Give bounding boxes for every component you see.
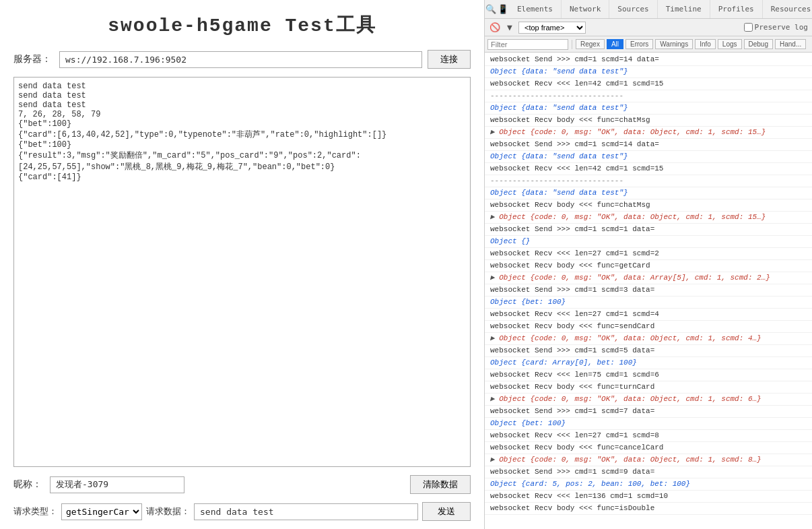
server-label: 服务器：: [13, 53, 51, 65]
warnings-button[interactable]: Warnings: [655, 39, 693, 49]
log-line[interactable]: ▶ Object {code: 0, msg: "OK", data: Obje…: [485, 454, 812, 466]
expand-arrow[interactable]: ▶: [490, 213, 499, 221]
expand-arrow[interactable]: ▶: [490, 334, 499, 342]
expand-arrow[interactable]: ▶: [490, 274, 499, 282]
preserve-log-container: Preserve log: [744, 23, 808, 32]
log-line: websocket Recv <<< len=27 cmd=1 scmd=4: [485, 309, 812, 321]
log-line: Object {bet: 100}: [485, 418, 812, 430]
log-line: websocket Recv <<< len=27 cmd=1 scmd=2: [485, 248, 812, 260]
send-button[interactable]: 发送: [422, 502, 471, 521]
log-line: ------------------------------: [485, 90, 812, 102]
log-line[interactable]: ▶ Object {code: 0, msg: "OK", data: Obje…: [485, 127, 812, 139]
send-row: 请求类型： getSingerCargetCardsendCardbetcanc…: [0, 498, 484, 529]
filter-icon[interactable]: ▼: [504, 22, 516, 34]
errors-button[interactable]: Errors: [625, 39, 653, 49]
right-panel: 🔍📱ElementsNetworkSourcesTimelineProfiles…: [485, 0, 812, 529]
preserve-log-label: Preserve log: [755, 23, 808, 32]
log-line: websocket Send >>> cmd=1 scmd=3 data=: [485, 284, 812, 297]
tab-resources[interactable]: Resources: [763, 0, 812, 18]
log-line: Object {card: Array[0], bet: 100}: [485, 357, 812, 369]
log-line: websocket Recv <<< len=75 cmd=1 scmd=6: [485, 369, 812, 381]
log-line: websocket Recv <<< len=42 cmd=1 scmd=15: [485, 78, 812, 90]
filter-input[interactable]: [487, 39, 568, 50]
nickname-input[interactable]: [50, 476, 184, 493]
log-line: websocket Recv body <<< func=getCard: [485, 260, 812, 272]
expand-arrow[interactable]: ▶: [490, 395, 499, 403]
log-area[interactable]: send data test send data test send data …: [13, 77, 471, 467]
clear-button[interactable]: 清除数据: [410, 475, 471, 494]
log-line[interactable]: ▶ Object {code: 0, msg: "OK", data: Obje…: [485, 394, 812, 406]
info-button[interactable]: Info: [695, 39, 716, 49]
server-row: 服务器： 连接: [0, 46, 484, 73]
log-line[interactable]: ▶ Object {code: 0, msg: "OK", data: Obje…: [485, 212, 812, 224]
log-line: websocket Send >>> cmd=1 scmd=7 data=: [485, 406, 812, 418]
log-line: Object {bet: 100}: [485, 297, 812, 309]
handle-button[interactable]: Hand...: [775, 39, 806, 49]
req-data-input[interactable]: [194, 503, 418, 520]
nickname-row: 昵称： 清除数据: [0, 471, 484, 498]
connect-button[interactable]: 连接: [428, 50, 471, 69]
server-input[interactable]: [59, 51, 422, 68]
log-line: Object {data: "send data test"}: [485, 151, 812, 163]
log-line: Object {data: "send data test"}: [485, 66, 812, 78]
tab-timeline[interactable]: Timeline: [658, 0, 710, 18]
expand-arrow[interactable]: ▶: [490, 128, 499, 136]
debug-button[interactable]: Debug: [744, 39, 773, 49]
filter-sep-1: [572, 40, 572, 49]
log-line: websocket Send >>> cmd=1 scmd=9 data=: [485, 466, 812, 478]
logs-button[interactable]: Logs: [718, 39, 742, 49]
log-line: Object {}: [485, 236, 812, 248]
log-line: Object {data: "send data test"}: [485, 102, 812, 115]
left-panel: swoole-h5game Test工具 服务器： 连接 send data t…: [0, 0, 485, 529]
log-line[interactable]: ▶ Object {code: 0, msg: "OK", data: Arra…: [485, 272, 812, 284]
req-data-label: 请求数据：: [146, 505, 190, 518]
log-line: websocket Recv body <<< func=chatMsg: [485, 199, 812, 212]
console-filter-bar: Regex All Errors Warnings Info Logs Debu…: [485, 36, 812, 53]
log-line: websocket Send >>> cmd=1 scmd=14 data=: [485, 54, 812, 66]
expand-arrow[interactable]: ▶: [490, 456, 499, 464]
preserve-log-checkbox[interactable]: [744, 23, 753, 32]
log-line: websocket Send >>> cmd=1 scmd=5 data=: [485, 345, 812, 357]
frame-selector[interactable]: <top frame>: [518, 22, 586, 34]
log-line: websocket Recv body <<< func=chatMsg: [485, 115, 812, 127]
console-log: websocket Send >>> cmd=1 scmd=14 data=Ob…: [485, 53, 812, 529]
req-type-select[interactable]: getSingerCargetCardsendCardbetcancelCard: [61, 503, 142, 520]
tab-sources[interactable]: Sources: [609, 0, 657, 18]
search-icon[interactable]: 🔍: [485, 3, 497, 15]
devtools-toolbar: 🚫 ▼ <top frame> Preserve log: [485, 19, 812, 36]
device-icon[interactable]: 📱: [497, 3, 509, 15]
log-line: websocket Recv body <<< func=isDouble: [485, 503, 812, 515]
req-type-label: 请求类型：: [13, 505, 57, 518]
clear-console-icon[interactable]: 🚫: [489, 22, 501, 34]
log-line: websocket Recv <<< len=136 cmd=1 scmd=10: [485, 491, 812, 503]
log-line: websocket Send >>> cmd=1 scmd=1 data=: [485, 224, 812, 236]
log-line[interactable]: ▶ Object {code: 0, msg: "OK", data: Obje…: [485, 333, 812, 345]
log-line: websocket Recv <<< len=42 cmd=1 scmd=15: [485, 163, 812, 175]
log-line: websocket Recv body <<< func=sendCard: [485, 321, 812, 333]
tab-profiles[interactable]: Profiles: [710, 0, 763, 18]
log-line: Object {card: 5, pos: 2, bean: 100, bet:…: [485, 478, 812, 491]
tab-network[interactable]: Network: [562, 0, 609, 18]
all-button[interactable]: All: [607, 39, 623, 49]
log-line: Object {data: "send data test"}: [485, 187, 812, 199]
devtools-tab-bar: 🔍📱ElementsNetworkSourcesTimelineProfiles…: [485, 0, 812, 19]
log-line: websocket Send >>> cmd=1 scmd=14 data=: [485, 139, 812, 151]
log-line: websocket Recv <<< len=27 cmd=1 scmd=8: [485, 430, 812, 442]
log-line: websocket Recv body <<< func=turnCard: [485, 381, 812, 394]
nickname-label: 昵称：: [13, 478, 42, 491]
app-title: swoole-h5game Test工具: [0, 0, 484, 46]
log-line: websocket Recv body <<< func=cancelCard: [485, 442, 812, 454]
tab-elements[interactable]: Elements: [509, 0, 562, 18]
regex-button[interactable]: Regex: [576, 39, 605, 49]
log-line: ------------------------------: [485, 175, 812, 187]
